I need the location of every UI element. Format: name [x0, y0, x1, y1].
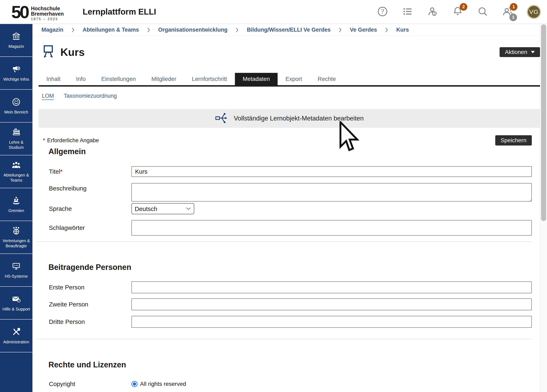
sprache-select-wrap: Deutsch [131, 203, 194, 214]
megaphone-icon [12, 64, 21, 75]
sidebar-item-hs-systeme[interactable]: HS-Systeme [0, 254, 33, 287]
edit-full-metadata-banner[interactable]: Vollständige Lernobjekt-Metadaten bearbe… [39, 109, 540, 128]
chevron-right-icon [236, 27, 239, 33]
scrollbar-thumb[interactable] [541, 24, 546, 221]
subtab-lom[interactable]: LOM [42, 93, 54, 99]
form-row-sprache: Sprache Deutsch [37, 203, 532, 214]
sidebar-item-administration[interactable]: Administration [0, 319, 33, 352]
person-alert-icon [427, 6, 438, 18]
contacts-badge-secondary: 1 [509, 14, 517, 21]
awareness-button[interactable] [427, 6, 438, 18]
logo-name-line2: Bremerhaven [31, 11, 64, 16]
tab-einstellungen[interactable]: Einstellungen [93, 73, 144, 85]
schlagwoerter-label: Schlagwörter [37, 224, 131, 231]
sidebar-item-label: Vertretungen & Beauftragte [1, 238, 31, 249]
sidebar-item-label: Mein Bereich [4, 110, 28, 115]
page-title: Kurs [60, 46, 85, 58]
search-button[interactable] [477, 6, 489, 18]
subtab-bar: LOM Taxonomiezuordnung [42, 93, 540, 99]
chevron-right-icon [147, 27, 150, 33]
tab-metadaten[interactable]: Metadaten [235, 73, 278, 85]
main-menu-button[interactable] [402, 6, 414, 18]
logo-name-line1: Hochschule [31, 6, 64, 11]
tab-info[interactable]: Info [68, 73, 94, 85]
sidebar-item-wichtige-infos[interactable]: Wichtige Infos [0, 57, 33, 90]
avatar[interactable]: VG [527, 5, 541, 19]
breadcrumb-item[interactable]: Magazin [41, 27, 63, 33]
sidebar-item-label: Lehre & Studium [1, 140, 31, 150]
course-easel-icon [42, 44, 55, 60]
tab-export[interactable]: Export [278, 73, 310, 85]
metadata-form: * Erforderliche Angabe Speichern Allgeme… [33, 135, 540, 387]
contacts-button[interactable]: 1 1 [502, 6, 514, 18]
tab-lernfortschritt[interactable]: Lernfortschritt [184, 73, 235, 85]
tab-rechte[interactable]: Rechte [310, 73, 344, 85]
zweite-person-input[interactable] [131, 298, 532, 310]
required-hint-text: Erforderliche Angabe [47, 137, 99, 144]
schlagwoerter-input[interactable] [131, 220, 532, 236]
globe-people-icon [12, 226, 21, 236]
breadcrumb-item[interactable]: Organisationsentwicklung [158, 27, 228, 33]
required-asterisk: * [43, 137, 45, 144]
logo-years: 1975 – 2025 [31, 17, 64, 21]
sidebar-item-label: Wichtige Infos [3, 77, 29, 82]
sidebar-item-gremien[interactable]: Gremien [0, 188, 33, 221]
vertical-scrollbar[interactable] [540, 24, 547, 392]
banner-label: Vollständige Lernobjekt-Metadaten bearbe… [234, 115, 364, 122]
sidebar-item-hilfe-support[interactable]: ? Hilfe & Support [0, 287, 33, 319]
form-row-titel: Titel* [37, 166, 532, 177]
sprache-label: Sprache [37, 205, 131, 212]
form-row-schlagwoerter: Schlagwörter [37, 220, 532, 236]
subtab-taxonomiezuordnung[interactable]: Taxonomiezuordnung [64, 93, 117, 99]
university-logo[interactable]: 50 Hochschule Bremerhaven 1975 – 2025 [11, 3, 64, 21]
tab-bar: Inhalt Info Einstellungen Mitglieder Ler… [39, 73, 540, 85]
required-hint: * Erforderliche Angabe [43, 137, 99, 144]
radio-selected-icon[interactable] [131, 381, 137, 387]
breadcrumb-item[interactable]: Bildung/Wissen/ELLI Ve Gerdes [247, 27, 331, 33]
titel-input[interactable] [131, 166, 532, 177]
actions-button-label: Aktionen [505, 49, 527, 55]
sidebar-item-abteilungen-teams[interactable]: Abteilungen & Teams [0, 155, 33, 188]
erste-person-label: Erste Person [37, 284, 131, 291]
list-icon [402, 6, 413, 18]
sidebar-item-lehre-studium[interactable]: Lehre & Studium [0, 122, 33, 155]
copyright-option-label: All rights reserved [140, 381, 186, 387]
monitor-icon [12, 262, 21, 272]
sidebar-item-magazin[interactable]: Magazin [0, 24, 33, 57]
top-header: 50 Hochschule Bremerhaven 1975 – 2025 Le… [0, 0, 547, 24]
tab-inhalt[interactable]: Inhalt [39, 73, 68, 85]
breadcrumb-item[interactable]: Abteilungen & Teams [83, 27, 139, 33]
sidebar-item-label: Magazin [8, 44, 24, 49]
help-icon: ? [377, 6, 388, 18]
help-button[interactable]: ? [376, 6, 389, 18]
share-tree-icon [215, 112, 229, 125]
erste-person-input[interactable] [131, 281, 532, 293]
header-icons: ? 2 1 1 [376, 5, 541, 19]
form-row-dritte-person: Dritte Person [37, 316, 532, 328]
form-row-zweite-person: Zweite Person [37, 298, 532, 310]
save-button[interactable]: Speichern [495, 135, 532, 146]
sprache-select[interactable]: Deutsch [131, 203, 194, 214]
titel-label: Titel* [37, 168, 131, 175]
tools-icon [12, 327, 21, 338]
search-icon [477, 6, 488, 18]
logo-50: 50 [11, 3, 29, 21]
sidebar-item-vertretungen[interactable]: Vertretungen & Beauftragte [0, 221, 33, 254]
tab-mitglieder[interactable]: Mitglieder [144, 73, 184, 85]
sidebar-item-mein-bereich[interactable]: Mein Bereich [0, 90, 33, 122]
dritte-person-input[interactable] [131, 316, 532, 328]
copyright-radio-option[interactable]: All rights reserved [131, 381, 532, 387]
chevron-right-icon [385, 27, 388, 33]
breadcrumb-item[interactable]: Ve Gerdes [350, 27, 377, 33]
notifications-button[interactable]: 2 [452, 6, 464, 18]
beschreibung-textarea[interactable] [131, 183, 532, 202]
bank-icon [12, 32, 21, 42]
tab-bar-underline [39, 85, 540, 87]
notifications-badge: 2 [460, 3, 467, 11]
contacts-badge: 1 [510, 3, 517, 11]
form-row-erste-person: Erste Person [37, 281, 532, 293]
actions-button[interactable]: Aktionen [499, 47, 540, 57]
required-asterisk: * [60, 168, 63, 175]
page-title-row: Kurs Aktionen [42, 44, 540, 60]
breadcrumb-item[interactable]: Kurs [396, 27, 409, 33]
